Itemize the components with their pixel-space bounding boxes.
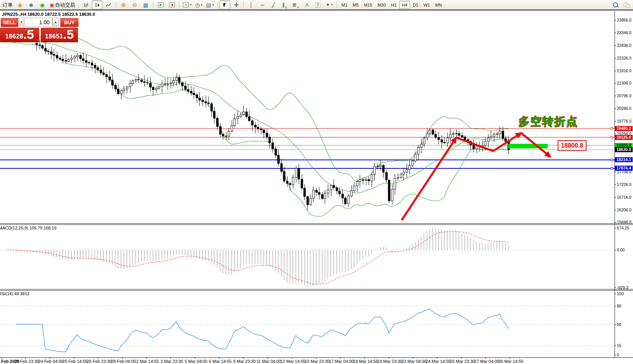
- macd-tick-label: 574.25: [617, 226, 629, 230]
- bar-chart-icon[interactable]: [81, 0, 91, 9]
- buy-button[interactable]: BUY: [60, 18, 79, 27]
- rsi-tick-label: 50: [617, 322, 621, 327]
- time-tick-label: 17 Mar 04:00: [329, 359, 354, 364]
- zoom-out-icon[interactable]: ⊖: [129, 0, 140, 9]
- price-tick-mark: [615, 45, 616, 46]
- price-tick-mark: [615, 222, 616, 223]
- pane-separator[interactable]: [0, 223, 633, 224]
- price-tick-label: 23346.0: [617, 30, 631, 35]
- price-tick-label: 22836.0: [617, 43, 631, 48]
- toolbar-separator: [243, 2, 244, 8]
- price-tick-label: 16716.0: [617, 195, 631, 199]
- volume-input[interactable]: 1.00: [25, 18, 52, 26]
- time-tick-label: 6 Mar 14:55: [209, 359, 232, 364]
- macd-tick-label: 0.00: [617, 248, 625, 252]
- toolbar-right-group: [613, 2, 632, 7]
- turning-point-annotation: 多空转折点: [518, 114, 578, 130]
- time-tick-label: 24 Mar 14:55: [426, 359, 451, 364]
- price-level-badge: 19125.0: [615, 135, 633, 140]
- shapes-icon[interactable]: ✦▾: [324, 0, 334, 9]
- pane-separator: [0, 290, 633, 291]
- sell-price-box[interactable]: 18628 .5: [0, 28, 39, 42]
- price-tick-label: 15696.0: [617, 220, 631, 224]
- buy-price-box[interactable]: 18651 .5: [41, 28, 78, 42]
- volume-stepper: ▼ 1.00 ▲: [18, 18, 59, 27]
- auto-trading-label: 自动交易: [55, 2, 75, 8]
- pane-separator[interactable]: [0, 289, 633, 289]
- rsi-tick-label: 0: [617, 352, 619, 357]
- trendline-icon[interactable]: ╱: [268, 0, 279, 9]
- chart-title: JPN225-,H4 18620.0 18722.5 18522.5 18630…: [2, 12, 95, 17]
- price-tick-mark: [615, 121, 616, 121]
- time-tick-label: 11 Mar 04:00: [256, 359, 281, 364]
- top-toolbar: 订单 ◆ ☻ ◉ ◉ 自动交易 ⊕ ⊖ ▦ ▶ ◀ +▾ ◷▾ ▤▾ ✛ │ ─…: [0, 0, 633, 10]
- price-tick-mark: [615, 108, 616, 109]
- timeframe-button-m30[interactable]: M30: [375, 1, 388, 9]
- macd-tick-label: -929.3: [617, 285, 628, 290]
- time-tick-label: 18 Mar 14:55: [353, 359, 378, 364]
- volume-decrease-button[interactable]: ▼: [18, 18, 25, 26]
- toolbar-separator: [217, 2, 218, 8]
- volume-increase-button[interactable]: ▲: [52, 18, 58, 26]
- horizontal-line-icon[interactable]: ─: [257, 0, 267, 9]
- toolbar-separator: [336, 2, 337, 8]
- toolbar-separator: [153, 2, 153, 8]
- tile-windows-icon[interactable]: ▦: [140, 0, 151, 9]
- timeframe-button-d1[interactable]: D1: [410, 1, 421, 9]
- period-clock-icon[interactable]: ◷▾: [193, 0, 204, 9]
- template-icon[interactable]: ▤▾: [204, 0, 215, 9]
- price-callout-label: 18800.8: [558, 140, 586, 151]
- rsi-tick-mark: [615, 355, 616, 355]
- deposit-icon[interactable]: ◆: [15, 0, 25, 9]
- sell-price-big: .5: [23, 28, 34, 42]
- cursor-icon[interactable]: [219, 0, 230, 9]
- candlestick-chart-icon[interactable]: [92, 0, 103, 9]
- line-handle: [611, 136, 613, 138]
- line-chart-icon[interactable]: [103, 0, 114, 9]
- text-icon[interactable]: A: [301, 0, 312, 9]
- new-chart-icon[interactable]: +▾: [181, 0, 193, 9]
- chat-icon[interactable]: [623, 3, 629, 7]
- new-order-button[interactable]: 订单: [1, 0, 14, 9]
- vertical-line-icon[interactable]: │: [246, 0, 256, 9]
- time-tick-label: 20 Feb 23:30: [14, 359, 39, 364]
- timeframe-button-w1[interactable]: W1: [421, 1, 433, 9]
- timeframe-button-m15[interactable]: M15: [361, 1, 375, 9]
- time-tick-label: 2 Mar 14:55: [136, 359, 159, 364]
- macd-tick-mark: [615, 228, 616, 228]
- time-tick-label: 9 Mar 23:30: [233, 359, 256, 364]
- pane-separator: [0, 224, 633, 225]
- price-tick-label: 19776.0: [617, 119, 631, 123]
- search-icon[interactable]: [613, 2, 618, 7]
- price-level-badge: 19480.2: [615, 126, 633, 131]
- crosshair-icon[interactable]: ✛: [231, 0, 241, 9]
- time-tick-label: 19 Mar 23:30: [377, 359, 402, 364]
- macd-indicator-label: MACD(12,26,9) 105.79 168.19: [0, 226, 56, 230]
- timeframe-button-m1[interactable]: M1: [339, 1, 350, 9]
- auto-scroll-icon[interactable]: ▶: [155, 0, 166, 9]
- account-icon[interactable]: ☻: [26, 0, 37, 9]
- text-label-icon[interactable]: T: [312, 0, 323, 9]
- price-level-badge: 18630.0: [615, 147, 633, 152]
- one-click-trading-panel: SELL ▼ 1.00 ▲ BUY 18628 .5 18651 .5: [0, 18, 78, 43]
- time-tick-label: 24 Feb 04:00: [38, 359, 63, 364]
- fibonacci-icon[interactable]: ≣F: [290, 0, 301, 9]
- timeframe-button-mn[interactable]: MN: [433, 1, 445, 9]
- timeframe-button-m5[interactable]: M5: [350, 1, 361, 9]
- timeframe-button-h1[interactable]: H1: [389, 1, 399, 9]
- chart-shift-icon[interactable]: ◀: [166, 0, 177, 9]
- sell-price-main: 18628: [5, 33, 23, 40]
- time-tick-label: 25 Feb 14:55: [63, 359, 88, 364]
- chart-canvas[interactable]: [0, 0, 633, 364]
- sell-button[interactable]: SELL: [0, 18, 18, 27]
- price-tick-mark: [615, 83, 616, 83]
- signal-icon[interactable]: ◉: [37, 0, 48, 9]
- price-tick-mark: [615, 184, 616, 185]
- channel-icon[interactable]: ∥E: [279, 0, 290, 9]
- time-tick-label: 28 Feb 04:00: [111, 359, 136, 364]
- auto-trading-button[interactable]: ◉ 自动交易: [48, 0, 76, 9]
- zoom-in-icon[interactable]: ⊕: [118, 0, 129, 9]
- timeframe-button-h4[interactable]: H4: [399, 1, 410, 9]
- price-tick-label: 23856.0: [617, 18, 631, 22]
- time-tick-label: 26 Feb 23:30: [87, 359, 112, 364]
